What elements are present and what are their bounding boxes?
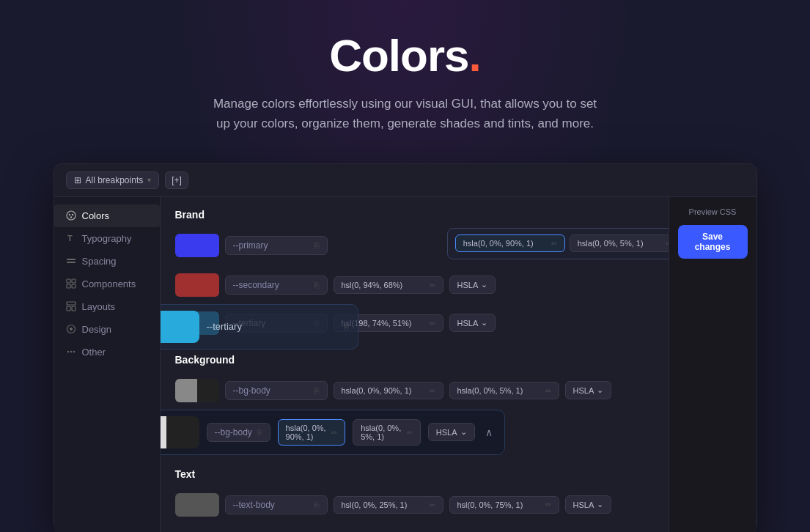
svg-point-2: [71, 214, 73, 215]
secondary-swatch[interactable]: [175, 273, 219, 297]
svg-rect-11: [67, 302, 76, 305]
svg-rect-5: [67, 259, 76, 260]
secondary-name-field[interactable]: --secondary: [225, 276, 328, 295]
text-body-edit2-icon[interactable]: ✏: [545, 500, 551, 509]
primary-value2-edit-icon[interactable]: [666, 239, 669, 248]
sidebar-item-design[interactable]: Design: [54, 318, 160, 341]
design-icon: [66, 324, 76, 334]
bg-body-exp-edit2[interactable]: [407, 428, 413, 437]
brand-section-title: Brand: [175, 209, 654, 221]
typography-icon: T: [66, 233, 76, 243]
bg-body-exp-copy-icon[interactable]: [257, 427, 262, 437]
text-body-swatch[interactable]: [175, 493, 219, 517]
sidebar-item-other[interactable]: Other: [54, 341, 160, 363]
bg-body-copy-icon[interactable]: [314, 385, 320, 396]
bg-body-value1-edit-icon[interactable]: [430, 386, 435, 395]
bg-body-expanded-val2[interactable]: hsla(0, 0%, 5%, 1): [353, 419, 421, 446]
secondary-value-field[interactable]: hsl(0, 94%, 68%): [334, 276, 443, 294]
sidebar-components-label: Components: [82, 278, 136, 289]
secondary-format-chevron: [481, 280, 487, 289]
sidebar-typography-label: Typography: [82, 233, 132, 244]
tertiary-edit-icon[interactable]: [430, 319, 435, 328]
svg-point-18: [73, 351, 74, 352]
bg-body-expanded-val1[interactable]: hsla(0, 0%, 90%, 1): [278, 419, 346, 446]
tertiary-format-badge[interactable]: HSLA: [449, 314, 496, 332]
bg-body-expanded-dark: [166, 416, 199, 448]
text-body-row: --text-body hsl(0, 0%, 25%, 1) hsl(0, 0%…: [175, 489, 654, 521]
svg-point-3: [70, 216, 71, 218]
bg-body-collapse-button[interactable]: ∧: [482, 425, 496, 440]
tertiary-swatch[interactable]: [175, 311, 219, 335]
sidebar-spacing-label: Spacing: [82, 256, 117, 267]
svg-point-17: [70, 351, 71, 352]
other-icon: [66, 347, 76, 357]
bg-body-name-field[interactable]: --bg-body: [225, 381, 328, 400]
sidebar-item-typography[interactable]: T Typography: [54, 227, 160, 250]
svg-point-0: [67, 211, 76, 220]
sidebar-item-components[interactable]: Components: [54, 273, 160, 295]
sidebar-item-layouts[interactable]: Layouts: [54, 295, 160, 318]
bg-body-exp-format[interactable]: HSLA: [428, 423, 475, 441]
svg-rect-7: [67, 279, 70, 283]
tertiary-copy-icon[interactable]: [314, 318, 320, 328]
tertiary-name-field[interactable]: --tertiary: [225, 314, 328, 333]
text-body-format-badge[interactable]: HSLA: [565, 495, 612, 514]
title-dot: .: [469, 30, 481, 81]
palette-icon: [66, 210, 76, 221]
save-changes-button[interactable]: Save changes: [678, 225, 748, 259]
sidebar-other-label: Other: [82, 347, 106, 358]
svg-point-15: [70, 328, 73, 330]
text-body-value1-field[interactable]: hsl(0, 0%, 25%, 1): [334, 496, 443, 514]
sidebar-item-colors[interactable]: Colors: [54, 204, 160, 227]
primary-name-field[interactable]: --primary: [225, 236, 328, 255]
bg-body-row: --bg-body hsla(0, 0%, 90%, 1) hsla(0, 0%…: [175, 374, 654, 407]
add-breakpoint-button[interactable]: [+]: [165, 171, 188, 189]
svg-text:T: T: [67, 234, 73, 243]
sidebar-item-spacing[interactable]: Spacing: [54, 250, 160, 273]
svg-rect-12: [67, 306, 70, 311]
text-body-copy-icon[interactable]: [314, 500, 320, 510]
text-body-name-field[interactable]: --text-body: [225, 495, 328, 514]
tertiary-value-field[interactable]: hsl(198, 74%, 51%): [334, 314, 443, 332]
bg-body-swatch-pair: [175, 379, 219, 402]
bg-body-exp-edit1[interactable]: [331, 428, 337, 437]
primary-value1-edit-icon[interactable]: [551, 239, 557, 248]
text-body-edit1-icon[interactable]: [430, 500, 435, 509]
bg-body-swatch-light: [175, 379, 197, 402]
sidebar-colors-label: Colors: [82, 210, 110, 221]
primary-copy-icon[interactable]: [314, 240, 320, 251]
secondary-edit-icon[interactable]: [430, 281, 435, 289]
primary-swatch[interactable]: [175, 234, 219, 257]
components-icon: [66, 278, 76, 289]
secondary-format-badge[interactable]: HSLA: [449, 276, 496, 294]
bg-body-expanded-name[interactable]: --bg-body: [207, 423, 270, 442]
svg-rect-9: [67, 284, 70, 288]
secondary-color-row: --secondary hsl(0, 94%, 68%) HSLA: [175, 269, 654, 301]
primary-value2-field[interactable]: hsla(0, 0%, 5%, 1): [570, 234, 669, 252]
title-text: Colors: [329, 30, 468, 81]
sidebar: Colors T Typography Spacing Components: [54, 197, 161, 532]
svg-rect-8: [72, 279, 76, 283]
svg-rect-6: [67, 262, 76, 263]
svg-rect-10: [72, 284, 76, 288]
app-window: ⊞ All breakpoints ▾ [+] Colors T Typogra…: [54, 163, 757, 532]
primary-value1-field[interactable]: hsla(0, 0%, 90%, 1): [455, 234, 565, 252]
primary-expanded-panel: hsla(0, 0%, 90%, 1) hsla(0, 0%, 5%, 1) H…: [447, 228, 669, 259]
svg-point-16: [67, 351, 68, 352]
bg-body-value2-edit-icon[interactable]: [545, 386, 551, 395]
svg-rect-13: [72, 306, 76, 311]
hero-subtitle: Manage colors effortlessly using our vis…: [163, 94, 647, 133]
text-body-value2-field[interactable]: hsl(0, 0%, 75%, 1) ✏: [449, 496, 559, 514]
secondary-copy-icon[interactable]: [314, 280, 320, 290]
bg-body-value2-field[interactable]: hsla(0, 0%, 5%, 1): [449, 382, 559, 399]
bg-body-value1-field[interactable]: hsla(0, 0%, 90%, 1): [334, 382, 443, 399]
bg-body-expanded-swatch: [161, 416, 199, 448]
sidebar-design-label: Design: [82, 324, 111, 335]
breakpoints-selector[interactable]: ⊞ All breakpoints ▾: [66, 171, 160, 189]
breakpoints-chevron: ▾: [147, 176, 151, 184]
breakpoints-label: All breakpoints: [86, 175, 144, 185]
window-body: Colors T Typography Spacing Components: [54, 197, 756, 532]
text-body-chevron: [597, 500, 603, 509]
bg-body-format-badge[interactable]: HSLA: [565, 381, 612, 399]
window-topbar: ⊞ All breakpoints ▾ [+]: [54, 164, 756, 197]
